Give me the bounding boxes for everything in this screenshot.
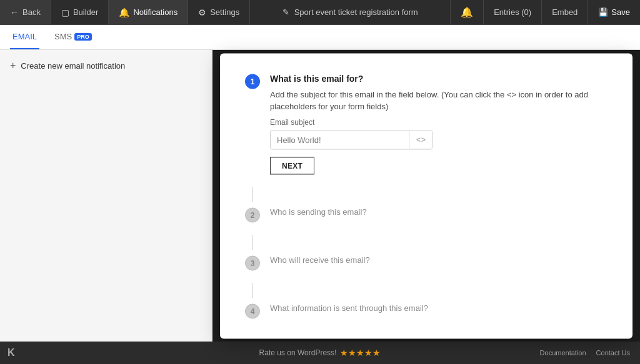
step-1-number: 1 [245,74,260,89]
step-4-content: What information is sent through this em… [270,303,608,317]
bell-active-icon: 🔔 [119,7,129,17]
entries-button[interactable]: Entries (0) [483,0,541,25]
save-label: Save [611,7,630,17]
next-button[interactable]: NEXT [270,157,314,174]
create-email-label: Create new email notification [21,61,125,71]
documentation-link[interactable]: Documentation [540,349,586,357]
step-connector-2-3 [252,235,252,250]
email-subject-label: Email subject [270,117,608,126]
main-layout: + Create new email notification You curr… [0,50,640,342]
builder-tab[interactable]: ▢ Builder [51,0,109,24]
step-2-title: Who is sending this email? [270,207,608,216]
nav-right: 🔔 Entries (0) Embed 💾 Save [450,0,640,25]
settings-label: Settings [210,7,239,17]
placeholder-icon[interactable]: < > [409,131,432,149]
step-1-description: Add the subject for this email in the fi… [270,88,608,112]
step-4-title: What information is sent through this em… [270,303,608,312]
footer: K Rate us on WordPress! ★★★★★ Documentat… [0,342,640,364]
step-3-title: Who will receive this email? [270,255,608,264]
save-button[interactable]: 💾 Save [588,0,640,25]
right-bracket: > [421,135,426,144]
plus-icon: + [10,60,16,71]
back-button[interactable]: ← Back [0,0,51,24]
step-4: 4 What information is sent through this … [245,303,608,318]
settings-tab[interactable]: ⚙ Settings [188,0,250,24]
sms-tab-label: SMS [54,32,72,41]
form-title-area: ✎ Sport event ticket registration form [250,7,450,17]
settings-icon: ⚙ [198,7,206,17]
step-connector-1-2 [252,187,252,202]
footer-logo: K [8,347,15,358]
step-3-content: Who will receive this email? [270,255,608,269]
content-area: You currently do not have any emails con… [212,50,640,342]
pro-badge: PRO [74,33,92,41]
notifications-label: Notifications [133,7,178,17]
step-connector-3-4 [252,283,252,298]
step-3-number: 3 [245,255,260,270]
entries-label: Entries (0) [494,7,531,17]
email-wizard-modal: 1 What is this email for? Add the subjec… [220,53,632,338]
builder-icon: ▢ [61,7,69,17]
step-4-number: 4 [245,303,260,318]
step-1-content: What is this email for? Add the subject … [270,73,608,174]
email-tab-label: EMAIL [12,32,37,41]
builder-label: Builder [73,7,98,17]
step-3: 3 Who will receive this email? [245,255,608,270]
step-2-content: Who is sending this email? [270,207,608,221]
sub-nav: EMAIL SMS PRO [0,25,640,50]
left-bracket: < [416,135,421,144]
edit-icon: ✎ [282,7,289,17]
back-icon: ← [10,7,19,17]
star-icons: ★★★★★ [340,348,381,358]
bell-icon: 🔔 [461,6,473,18]
notifications-tab[interactable]: 🔔 Notifications [109,0,188,24]
sms-tab[interactable]: SMS PRO [52,25,94,49]
back-label: Back [22,7,41,17]
footer-right: Documentation Contact Us [540,349,630,357]
rate-text: Rate us on WordPress! [259,348,337,357]
sidebar: + Create new email notification [0,50,212,342]
email-subject-input-row: < > [270,130,432,149]
step-1-title: What is this email for? [270,73,608,83]
email-tab[interactable]: EMAIL [10,25,39,49]
contact-link[interactable]: Contact Us [596,349,630,357]
embed-button[interactable]: Embed [541,0,588,25]
footer-center: Rate us on WordPress! ★★★★★ [259,348,381,358]
step-2: 2 Who is sending this email? [245,207,608,222]
embed-label: Embed [552,7,578,17]
top-nav: ← Back ▢ Builder 🔔 Notifications ⚙ Setti… [0,0,640,25]
k-logo-icon: K [8,347,15,358]
form-title: Sport event ticket registration form [294,7,418,17]
save-icon: 💾 [598,7,608,17]
create-email-button[interactable]: + Create new email notification [10,60,202,71]
bell-button[interactable]: 🔔 [450,0,483,25]
step-1: 1 What is this email for? Add the subjec… [245,73,608,174]
step-2-number: 2 [245,207,260,222]
email-subject-input[interactable] [271,130,409,149]
